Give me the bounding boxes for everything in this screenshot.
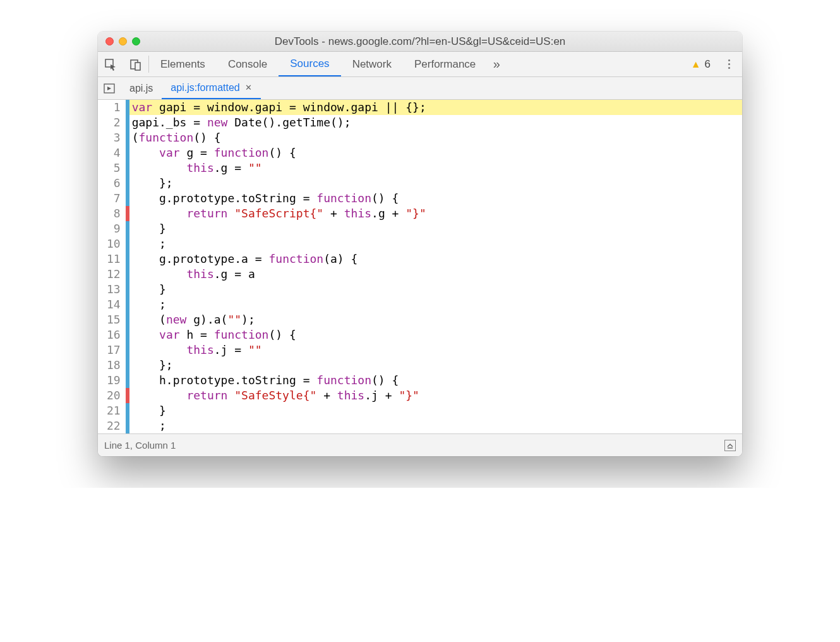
svg-rect-2 — [135, 63, 140, 70]
line-number[interactable]: 22 — [107, 418, 121, 433]
code-line[interactable]: h.prototype.toString = function() { — [129, 373, 742, 388]
devtools-window: DevTools - news.google.com/?hl=en-US&gl=… — [98, 32, 742, 456]
window-title: DevTools - news.google.com/?hl=en-US&gl=… — [98, 35, 742, 48]
line-number[interactable]: 13 — [107, 282, 121, 297]
code-line[interactable]: var gapi = window.gapi = window.gapi || … — [129, 100, 742, 115]
warning-icon: ▲ — [691, 59, 701, 70]
code-area[interactable]: var gapi = window.gapi = window.gapi || … — [129, 100, 742, 433]
file-tab-label: api.js:formatted — [171, 82, 239, 94]
code-line[interactable]: var g = function() { — [129, 145, 742, 160]
inspect-element-icon[interactable] — [98, 52, 123, 76]
line-number[interactable]: 8 — [107, 206, 121, 221]
code-line[interactable]: ; — [129, 236, 742, 251]
close-tab-icon[interactable]: ✕ — [245, 83, 252, 92]
zoom-window-button[interactable] — [132, 37, 140, 45]
code-line[interactable]: (new g).a(""); — [129, 312, 742, 327]
code-line[interactable]: }; — [129, 176, 742, 191]
device-toggle-icon[interactable] — [123, 52, 148, 76]
file-tab-api-js-formatted[interactable]: api.js:formatted ✕ — [162, 77, 260, 99]
code-editor[interactable]: 12345678910111213141516171819202122 var … — [98, 100, 742, 433]
code-line[interactable]: var h = function() { — [129, 327, 742, 342]
close-window-button[interactable] — [105, 37, 114, 45]
code-line[interactable]: } — [129, 403, 742, 418]
code-line[interactable]: g.prototype.a = function(a) { — [129, 251, 742, 267]
line-number[interactable]: 1 — [107, 100, 121, 115]
code-line[interactable]: return "SafeStyle{" + this.j + "}" — [129, 388, 742, 403]
code-line[interactable]: this.g = a — [129, 267, 742, 282]
code-line[interactable]: } — [129, 282, 742, 297]
tab-console[interactable]: Console — [217, 52, 279, 76]
cursor-position: Line 1, Column 1 — [104, 440, 176, 451]
navigator-toggle-icon[interactable] — [98, 77, 121, 99]
code-line[interactable]: } — [129, 221, 742, 236]
code-line[interactable]: ; — [129, 297, 742, 312]
traffic-lights — [105, 37, 140, 45]
code-line[interactable]: (function() { — [129, 130, 742, 145]
line-number[interactable]: 17 — [107, 342, 121, 358]
tab-label: Elements — [160, 58, 205, 71]
file-tab-label: api.js — [129, 83, 153, 94]
code-line[interactable]: }; — [129, 358, 742, 373]
code-line[interactable]: return "SafeScript{" + this.g + "}" — [129, 206, 742, 221]
line-number[interactable]: 16 — [107, 327, 121, 342]
tab-performance[interactable]: Performance — [403, 52, 487, 76]
warning-count-value: 6 — [705, 58, 711, 71]
code-line[interactable]: ; — [129, 418, 742, 433]
drawer-toggle-icon[interactable] — [724, 440, 736, 451]
file-tabs: api.js api.js:formatted ✕ — [98, 77, 742, 100]
tab-elements[interactable]: Elements — [149, 52, 217, 76]
code-line[interactable]: this.g = "" — [129, 160, 742, 176]
line-number[interactable]: 5 — [107, 160, 121, 176]
line-number[interactable]: 19 — [107, 373, 121, 388]
line-gutter: 12345678910111213141516171819202122 — [98, 100, 126, 433]
statusbar: Line 1, Column 1 — [98, 433, 742, 456]
line-number[interactable]: 21 — [107, 403, 121, 418]
tab-sources[interactable]: Sources — [279, 52, 340, 76]
code-line[interactable]: gapi._bs = new Date().getTime(); — [129, 115, 742, 130]
line-number[interactable]: 18 — [107, 358, 121, 373]
line-number[interactable]: 12 — [107, 267, 121, 282]
line-number[interactable]: 15 — [107, 312, 121, 327]
line-number[interactable]: 20 — [107, 388, 121, 403]
line-number[interactable]: 4 — [107, 145, 121, 160]
tab-label: Network — [352, 58, 392, 71]
line-number[interactable]: 14 — [107, 297, 121, 312]
line-number[interactable]: 6 — [107, 176, 121, 191]
tab-network[interactable]: Network — [341, 52, 403, 76]
code-line[interactable]: this.j = "" — [129, 342, 742, 358]
tab-label: Sources — [290, 58, 329, 70]
titlebar: DevTools - news.google.com/?hl=en-US&gl=… — [98, 32, 742, 52]
line-number[interactable]: 3 — [107, 130, 121, 145]
minimize-window-button[interactable] — [119, 37, 127, 45]
line-number[interactable]: 11 — [107, 251, 121, 267]
settings-menu-icon[interactable] — [719, 52, 738, 76]
line-number[interactable]: 2 — [107, 115, 121, 130]
tab-label: Console — [228, 58, 267, 71]
panel-tabs: Elements Console Sources Network Perform… — [98, 52, 742, 77]
file-tab-api-js[interactable]: api.js — [121, 77, 162, 99]
line-number[interactable]: 9 — [107, 221, 121, 236]
more-tabs-icon[interactable]: » — [487, 52, 506, 76]
warnings-counter[interactable]: ▲ 6 — [682, 52, 719, 76]
line-number[interactable]: 7 — [107, 191, 121, 206]
tab-label: Performance — [414, 58, 476, 71]
line-number[interactable]: 10 — [107, 236, 121, 251]
code-line[interactable]: g.prototype.toString = function() { — [129, 191, 742, 206]
